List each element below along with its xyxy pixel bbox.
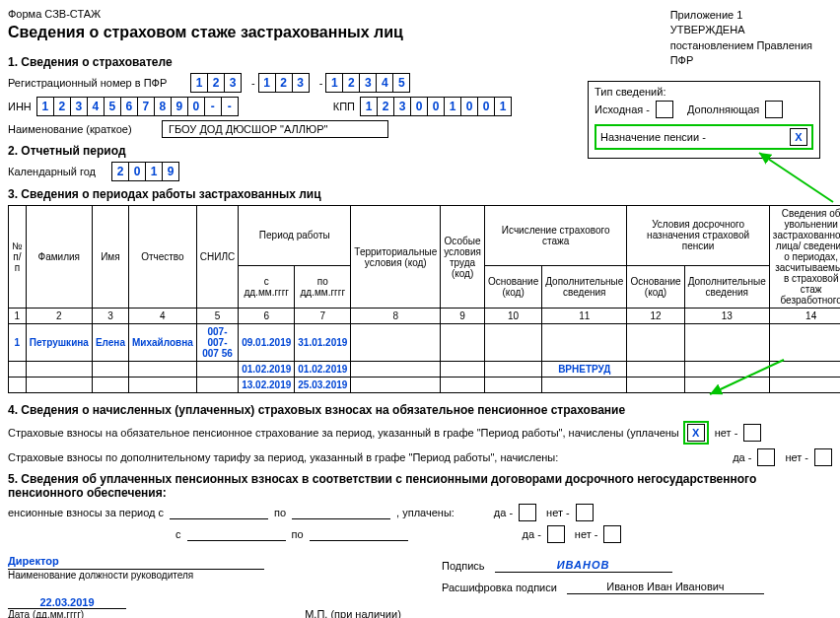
table-cell: Михайловна [128, 324, 196, 362]
type-info-box: Тип сведений: Исходная - Дополняющая Наз… [588, 81, 820, 159]
s5-net2-check[interactable] [603, 525, 621, 543]
reg-cell[interactable]: 3 [292, 73, 310, 93]
table-cell [128, 362, 196, 378]
inn-cell[interactable]: 6 [120, 97, 138, 116]
year-cell[interactable]: 2 [111, 162, 129, 181]
inn-cell[interactable]: 4 [87, 97, 105, 116]
reg-cell[interactable]: 2 [275, 73, 293, 93]
kpp-cell[interactable]: 3 [393, 97, 411, 116]
type-pension-row: Назначение пенсии - X [595, 124, 813, 150]
kpp-cell[interactable]: 0 [460, 97, 478, 116]
year-cell[interactable]: 9 [162, 162, 179, 181]
table-cell [484, 324, 541, 362]
s5-from-field[interactable] [170, 506, 268, 519]
signature-value: ИВАНОВ [495, 559, 672, 573]
s5-po2: по [292, 528, 304, 540]
col-period: Период работы [239, 206, 351, 266]
inn-cell[interactable]: 9 [171, 97, 188, 116]
reg-cell[interactable]: 4 [376, 73, 393, 93]
inn-cell[interactable]: - [204, 97, 222, 116]
s4-da-check[interactable]: X [687, 424, 705, 442]
table-cell [351, 362, 441, 378]
reg-group1: 1 2 3 [191, 73, 242, 93]
kpp-cell[interactable]: 1 [360, 97, 378, 116]
col-num: № п/п [9, 206, 27, 309]
table-cell: 25.03.2019 [295, 378, 351, 393]
s5-net1-check[interactable] [576, 504, 594, 521]
kpp-cell[interactable]: 0 [410, 97, 428, 116]
s5-from2[interactable] [187, 527, 286, 541]
s5-to2[interactable] [310, 527, 408, 541]
director-role-label: Наименование должности руководителя [8, 570, 264, 581]
inn-cell[interactable]: 3 [70, 97, 88, 116]
table-cell [9, 378, 27, 393]
reg-cell[interactable]: 1 [190, 73, 208, 93]
s5-da1-check[interactable] [519, 504, 536, 521]
reg-cell[interactable]: 2 [207, 73, 225, 93]
reg-cell[interactable]: 1 [258, 73, 276, 93]
table-cell [196, 378, 238, 393]
table-cell [128, 378, 196, 393]
col-base1: Основание (код) [484, 265, 541, 308]
inn-cell[interactable]: - [221, 97, 239, 116]
type-supplement-check[interactable] [765, 101, 783, 118]
table-cell [769, 378, 840, 393]
reg-cell[interactable]: 5 [392, 73, 410, 93]
signature-label: Подпись [442, 560, 485, 572]
inn-cell[interactable]: 5 [104, 97, 121, 116]
section5-head: 5. Сведения об уплаченных пенсионных взн… [8, 472, 832, 500]
kpp-cell[interactable]: 1 [494, 97, 512, 116]
sign-date: 22.03.2019 [8, 596, 126, 609]
table-cell [441, 378, 485, 393]
kpp-cell[interactable]: 0 [427, 97, 445, 116]
year-cell[interactable]: 0 [128, 162, 146, 181]
type-original-label: Исходная - [595, 103, 650, 115]
s4-line1: Страховые взносы на обязательное пенсион… [8, 427, 679, 439]
table-row: 01.02.201901.02.2019ВРНЕТРУД [9, 362, 841, 378]
reg-cell[interactable]: 3 [359, 73, 377, 93]
s5-to-field[interactable] [292, 506, 390, 519]
type-pension-label: Назначение пенсии - [600, 131, 706, 143]
col-spec: Особые условия труда (код) [441, 206, 485, 309]
kpp-cell[interactable]: 1 [444, 97, 461, 116]
approved-line2: постановлением Правления [670, 38, 812, 53]
reg-cell[interactable]: 2 [342, 73, 360, 93]
periods-table: № п/п Фамилия Имя Отчество СНИЛС Период … [8, 205, 840, 393]
table-cell [9, 362, 27, 378]
type-original-check[interactable] [656, 101, 673, 118]
reg-label: Регистрационный номер в ПФР [8, 77, 185, 89]
col-dismiss: Сведения об увольнении застрахованного л… [769, 206, 840, 309]
table-cell [627, 324, 684, 362]
table-cell: Елена [92, 324, 128, 362]
reg-cell[interactable]: 3 [224, 73, 242, 93]
table-cell [484, 362, 541, 378]
kpp-cell[interactable]: 0 [477, 97, 495, 116]
table-cell: 31.01.2019 [295, 324, 351, 362]
type-supplement-label: Дополняющая [687, 103, 759, 115]
s4-da2-check[interactable] [757, 448, 775, 466]
s4-net2-check[interactable] [814, 448, 832, 466]
inn-cell[interactable]: 2 [53, 97, 71, 116]
decode-value: Иванов Иван Иванович [567, 581, 764, 594]
type-pension-check[interactable]: X [790, 128, 807, 146]
table-row: 1ПетрушкинаЕленаМихайловна007-007-007 56… [9, 324, 841, 362]
kpp-cell[interactable]: 2 [377, 97, 394, 116]
approved-line3: ПФР [670, 53, 812, 68]
table-cell: Петрушкина [26, 324, 92, 362]
table-cell: 13.02.2019 [239, 378, 295, 393]
col-snils: СНИЛС [196, 206, 238, 309]
inn-cell[interactable]: 0 [187, 97, 205, 116]
s4-da2-label: да - [733, 451, 751, 463]
reg-cell[interactable]: 1 [325, 73, 343, 93]
s4-net-check[interactable] [743, 424, 761, 442]
inn-cell[interactable]: 8 [154, 97, 172, 116]
s5-net2: нет - [575, 528, 598, 540]
inn-cell[interactable]: 1 [36, 97, 54, 116]
table-cell [26, 362, 92, 378]
reg-group3: 1 2 3 4 5 [326, 73, 410, 93]
org-name-value[interactable]: ГБОУ ДОД ДЮСШОР "АЛЛЮР" [162, 120, 388, 138]
inn-cell[interactable]: 7 [137, 97, 155, 116]
year-cell[interactable]: 1 [145, 162, 163, 181]
table-cell [684, 362, 769, 378]
s5-da2-check[interactable] [547, 525, 565, 543]
